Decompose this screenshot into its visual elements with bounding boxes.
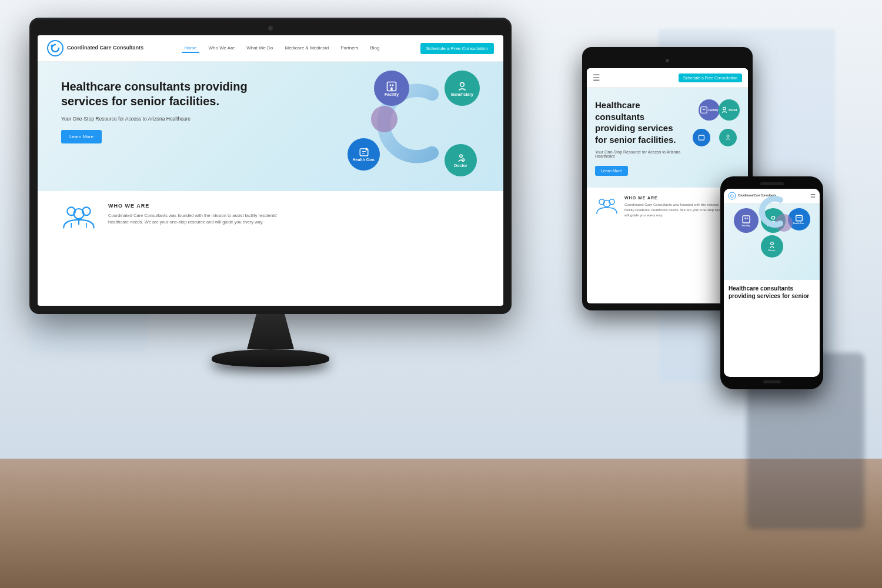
svg-point-24 bbox=[723, 107, 726, 110]
nav-links: Home Who We Are What We Do Medicare & Me… bbox=[153, 44, 411, 53]
monitor: Coordinated Care Consultants Home Who We… bbox=[29, 18, 512, 367]
phone-hamburger-icon[interactable]: ☰ bbox=[810, 193, 816, 199]
tablet-camera bbox=[666, 59, 669, 62]
nav-blog[interactable]: Blog bbox=[368, 44, 382, 53]
tablet-navbar: ☰ Schedule a Free Consultation bbox=[587, 68, 748, 88]
nav-what-we-do[interactable]: What We Do bbox=[244, 44, 275, 53]
hero-learn-more-button[interactable]: Learn More bbox=[61, 130, 102, 143]
site-logo: Coordinated Care Consultants bbox=[47, 40, 143, 56]
monitor-screen: Coordinated Care Consultants Home Who We… bbox=[38, 35, 503, 306]
phone-hero-graphic: Facility Beneficiary Health Cov. Doctor bbox=[724, 203, 820, 280]
svg-rect-22 bbox=[703, 109, 704, 110]
tablet-hamburger-icon[interactable]: ☰ bbox=[593, 73, 600, 82]
hero-title: Healthcare consultants providing service… bbox=[61, 79, 249, 109]
tablet-hero-title: Healthcare consultants providing service… bbox=[595, 99, 687, 145]
who-icon bbox=[61, 203, 96, 237]
nav-medicare[interactable]: Medicare & Medicaid bbox=[282, 44, 331, 53]
phone-logo-icon bbox=[728, 192, 736, 200]
tablet-who-icon bbox=[595, 196, 619, 220]
tablet-bubble-facility: Facility bbox=[699, 99, 720, 121]
phone-bubble-doctor: Doctor bbox=[761, 235, 783, 258]
monitor-bezel: Coordinated Care Consultants Home Who We… bbox=[29, 18, 512, 314]
svg-rect-25 bbox=[699, 135, 704, 140]
svg-rect-35 bbox=[796, 215, 802, 220]
monitor-camera bbox=[268, 26, 273, 31]
monitor-stand-base bbox=[212, 349, 329, 367]
svg-rect-23 bbox=[704, 109, 706, 110]
hero-content: Healthcare consultants providing service… bbox=[61, 79, 492, 179]
phone: Coordinated Care Consultants ☰ Facility … bbox=[720, 176, 823, 389]
svg-point-30 bbox=[729, 192, 736, 199]
monitor-stand-neck bbox=[247, 314, 294, 349]
svg-rect-33 bbox=[746, 218, 747, 219]
phone-circles-grid: Facility Beneficiary Health Cov. Doctor bbox=[729, 208, 815, 258]
svg-point-18 bbox=[74, 209, 83, 219]
phone-hero-text: Healthcare consultants providing service… bbox=[724, 280, 820, 305]
svg-point-26 bbox=[727, 135, 729, 138]
logo-svg-icon bbox=[47, 40, 64, 56]
phone-bezel: Coordinated Care Consultants ☰ Facility … bbox=[720, 176, 823, 389]
tablet-hero: Healthcare consultants providing service… bbox=[587, 88, 748, 188]
phone-screen: Coordinated Care Consultants ☰ Facility … bbox=[724, 189, 820, 377]
nav-partners[interactable]: Partners bbox=[338, 44, 360, 53]
nav-home[interactable]: Home bbox=[182, 44, 199, 53]
svg-point-0 bbox=[48, 41, 63, 56]
phone-speaker bbox=[760, 182, 784, 185]
who-title: WHO WE ARE bbox=[108, 203, 285, 209]
website-hero: Healthcare consultants providing service… bbox=[38, 62, 503, 191]
tablet-hero-subtitle: Your One-Stop Resource for Access to Ari… bbox=[595, 150, 687, 158]
svg-rect-32 bbox=[744, 218, 746, 219]
phone-home-button[interactable] bbox=[763, 380, 781, 383]
svg-point-29 bbox=[603, 201, 610, 207]
tablet-bubble-health bbox=[693, 129, 710, 146]
logo-text: Coordinated Care Consultants bbox=[67, 45, 143, 52]
who-text: Coordinated Care Consultants was founded… bbox=[108, 212, 285, 226]
svg-rect-31 bbox=[743, 216, 750, 223]
monitor-top-bezel bbox=[38, 26, 503, 35]
hero-subtitle: Your One-Stop Resource for Access to Ari… bbox=[61, 116, 492, 122]
tablet-camera-bar bbox=[587, 54, 748, 65]
phone-hero-title: Healthcare consultants providing service… bbox=[729, 285, 815, 300]
nav-schedule-button[interactable]: Schedule a Free Consultation bbox=[420, 43, 494, 54]
svg-point-37 bbox=[770, 242, 773, 245]
nav-who-we-are[interactable]: Who We Are bbox=[206, 44, 238, 53]
website-navbar: Coordinated Care Consultants Home Who We… bbox=[38, 35, 503, 62]
tablet-bubble-doctor bbox=[719, 129, 737, 146]
tablet-bubble-beneficiary: Benef. bbox=[719, 99, 740, 121]
tablet-schedule-button[interactable]: Schedule a Free Consultation bbox=[679, 74, 742, 82]
who-content: WHO WE ARE Coordinated Care Consultants … bbox=[108, 203, 285, 226]
phone-c-arc bbox=[754, 194, 789, 229]
website-who-section: WHO WE ARE Coordinated Care Consultants … bbox=[38, 191, 503, 249]
tablet-learn-more-button[interactable]: Learn More bbox=[595, 166, 628, 176]
svg-point-1 bbox=[51, 45, 53, 47]
